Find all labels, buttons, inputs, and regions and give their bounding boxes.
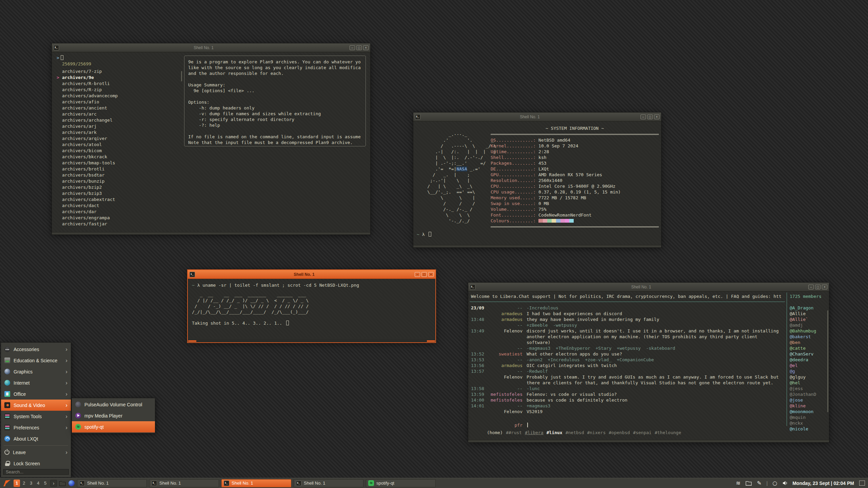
member-item[interactable]: @moonmoon: [790, 409, 826, 414]
member-item[interactable]: @jose: [790, 397, 826, 403]
submenu-item[interactable]: mpv Media Player: [72, 410, 155, 421]
window-resize-edge[interactable]: [413, 245, 661, 247]
start-menu-button[interactable]: [2, 479, 12, 487]
menu-item-lock-screen[interactable]: Lock Screen: [1, 458, 71, 469]
list-item[interactable]: archivers/bzip3: [57, 190, 180, 197]
member-item[interactable]: @Allie`: [790, 317, 826, 322]
workspace-button[interactable]: 5: [42, 480, 48, 487]
list-item[interactable]: archivers/bmap-tools: [57, 160, 180, 166]
list-item[interactable]: archivers/ark: [57, 129, 180, 136]
folder-tray-icon[interactable]: [745, 480, 752, 487]
minimize-button[interactable]: –: [808, 285, 814, 289]
task-button[interactable]: Shell No. 1: [294, 479, 363, 487]
task-button[interactable]: Shell No. 1: [149, 479, 219, 487]
list-item[interactable]: archivers/dar: [57, 209, 180, 215]
member-item[interactable]: @mquin: [790, 414, 826, 420]
channel-tab[interactable]: ##rust: [506, 430, 522, 435]
task-button[interactable]: Shell No. 1: [221, 479, 291, 487]
close-button[interactable]: ×: [822, 285, 827, 289]
file-manager-launcher[interactable]: [59, 480, 66, 487]
list-item[interactable]: archivers/R-zip: [57, 87, 180, 93]
list-item[interactable]: archivers/bsdtar: [57, 172, 180, 178]
channel-tab[interactable]: (home): [487, 430, 503, 435]
list-item[interactable]: archivers/brotli: [57, 166, 180, 172]
channel-tab[interactable]: #nixers: [587, 430, 606, 435]
menu-item[interactable]: Accessories ›: [1, 344, 71, 355]
fzf-search-input[interactable]: >: [57, 55, 63, 61]
close-button[interactable]: ×: [654, 115, 659, 119]
member-item[interactable]: @deedra: [790, 357, 826, 363]
list-item[interactable]: archivers/bicom: [57, 148, 180, 154]
list-item[interactable]: archivers/bunzip: [57, 178, 180, 184]
menu-item[interactable]: Preferences ›: [1, 422, 71, 433]
list-item[interactable]: archivers/arc: [57, 111, 180, 117]
close-button[interactable]: ×: [428, 272, 434, 277]
member-item[interactable]: @bakerst: [790, 334, 826, 340]
list-item[interactable]: archivers/atool: [57, 142, 180, 148]
member-item[interactable]: @hel: [790, 380, 826, 386]
taskbar-clock[interactable]: Monday, 23 Sept | 02:04 PM: [792, 481, 854, 486]
submenu-item[interactable]: PulseAudio Volume Control: [72, 399, 155, 410]
member-item[interactable]: @Bahhumbug: [790, 328, 826, 334]
resize-grip[interactable]: [427, 340, 435, 342]
list-item[interactable]: archivers/7-zip: [57, 68, 180, 75]
member-item[interactable]: @ben: [790, 340, 826, 345]
titlebar[interactable]: Shell No. 1 – □ ×: [188, 270, 435, 279]
member-scrollbar[interactable]: [827, 310, 828, 412]
circle-tray-icon[interactable]: ○: [771, 480, 778, 487]
titlebar[interactable]: Shell No. 1 – □ ×: [413, 113, 661, 121]
list-item[interactable]: archivers/arqiver: [57, 136, 180, 142]
close-button[interactable]: ×: [363, 45, 369, 50]
resize-grip[interactable]: [188, 340, 196, 342]
task-button[interactable]: Shell No. 1: [77, 479, 147, 487]
list-item[interactable]: archivers/bzip2: [57, 184, 180, 190]
member-item[interactable]: @catte: [790, 345, 826, 351]
pager-expand-button[interactable]: ›: [50, 480, 57, 487]
minimize-button[interactable]: –: [640, 115, 646, 119]
browser-launcher[interactable]: [68, 480, 75, 487]
member-item[interactable]: @Allie: [790, 311, 826, 317]
list-item[interactable]: archivers/cabextract: [57, 197, 180, 203]
channel-tab[interactable]: #thelounge: [655, 430, 681, 435]
member-item[interactable]: @JonathanD: [790, 391, 826, 397]
member-item[interactable]: @glguy: [790, 374, 826, 380]
list-item[interactable]: archivers/R-brotli: [57, 81, 180, 87]
window-resize-edge[interactable]: [188, 339, 435, 342]
member-item[interactable]: @jess: [790, 386, 826, 391]
pencil-tray-icon[interactable]: ✎: [756, 480, 763, 487]
member-item[interactable]: @g: [790, 368, 826, 374]
maximize-button[interactable]: □: [421, 272, 427, 277]
channel-tab[interactable]: #netbsd: [566, 430, 584, 435]
channel-tab[interactable]: #linux: [547, 430, 563, 435]
workspace-button[interactable]: 1: [14, 480, 20, 487]
list-item[interactable]: archivers/arj: [57, 123, 180, 129]
menu-item[interactable]: Graphics ›: [1, 366, 71, 377]
menu-item[interactable]: Internet ›: [1, 377, 71, 388]
menu-item[interactable]: Education & Science ›: [1, 355, 71, 366]
member-item[interactable]: @ChanServ: [790, 351, 826, 357]
list-item[interactable]: archivers/advancecomp: [57, 93, 180, 99]
member-item[interactable]: @kline: [790, 403, 826, 409]
list-item[interactable]: >archivers/9e: [57, 75, 180, 81]
titlebar[interactable]: Shell No. 1 – □ ×: [52, 43, 370, 52]
list-item[interactable]: archivers/afio: [57, 99, 180, 105]
submenu-item[interactable]: spotify-qt: [72, 421, 155, 432]
member-item[interactable]: @el: [790, 363, 826, 368]
menu-item[interactable]: Office ›: [1, 388, 71, 400]
channel-tab[interactable]: #senpai: [633, 430, 652, 435]
fzf-scrollbar[interactable]: [181, 71, 182, 81]
titlebar[interactable]: Shell No. 1 – □ ×: [468, 283, 829, 291]
member-item[interactable]: @nicole: [790, 426, 826, 432]
member-item[interactable]: @A_Dragon: [790, 305, 826, 311]
maximize-button[interactable]: □: [356, 45, 362, 50]
window-resize-edge[interactable]: [468, 440, 829, 442]
channel-tab[interactable]: #libera: [525, 430, 544, 435]
list-item[interactable]: archivers/bkcrack: [57, 154, 180, 160]
list-item[interactable]: archivers/engrampa: [57, 215, 180, 221]
member-item[interactable]: @amdj: [790, 322, 826, 328]
menu-search-input[interactable]: [3, 469, 69, 475]
menu-item-leave[interactable]: Leave ›: [1, 447, 71, 458]
workspace-button[interactable]: 4: [35, 480, 41, 487]
volume-tray-icon[interactable]: [782, 480, 789, 487]
list-item[interactable]: archivers/fastjar: [57, 221, 180, 227]
